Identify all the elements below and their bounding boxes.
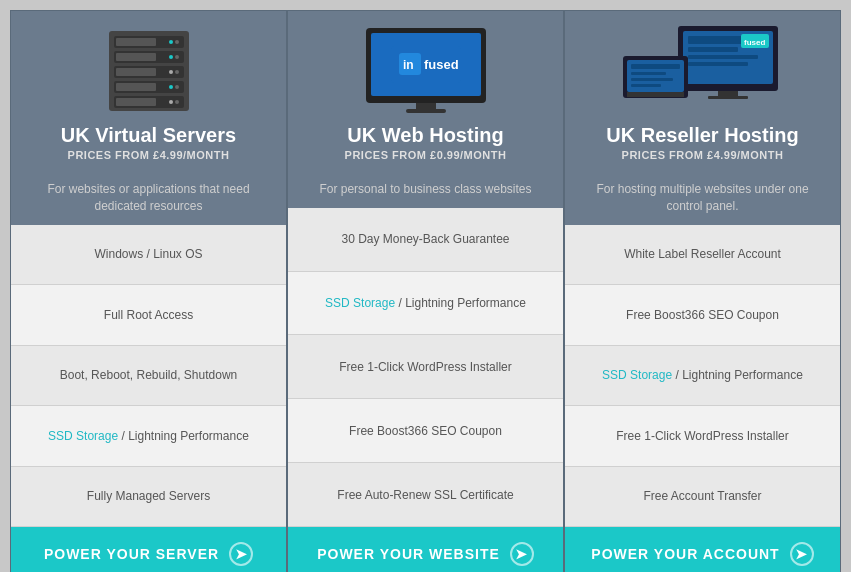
ssd-link[interactable]: SSD Storage (48, 429, 118, 443)
web-card: in fused UK Web Hosting PRICES FROM £0.9… (287, 10, 564, 572)
svg-point-7 (169, 55, 173, 59)
power-account-button[interactable]: POWER YOUR ACCOUNT ➤ (565, 527, 840, 572)
power-account-label: POWER YOUR ACCOUNT (591, 546, 779, 562)
reseller-description: For hosting multiple websites under one … (565, 176, 840, 225)
list-item: Free Auto-Renew SSL Certificate (288, 463, 563, 527)
list-item: Fully Managed Servers (11, 467, 286, 527)
list-item: Free Boost366 SEO Coupon (288, 399, 563, 463)
svg-point-19 (169, 100, 173, 104)
list-item: SSD Storage / Lightning Performance (11, 406, 286, 466)
list-item: 30 Day Money-Back Guarantee (288, 208, 563, 272)
list-item: Free 1-Click WordPress Installer (565, 406, 840, 466)
cards-container: UK Virtual Servers PRICES FROM £4.99/MON… (10, 10, 841, 572)
svg-rect-2 (116, 38, 156, 46)
arrow-icon: ➤ (229, 542, 253, 566)
list-item: White Label Reseller Account (565, 225, 840, 285)
vps-card-header: UK Virtual Servers PRICES FROM £4.99/MON… (11, 11, 286, 176)
svg-point-15 (169, 85, 173, 89)
list-item: SSD Storage / Lightning Performance (565, 346, 840, 406)
svg-point-3 (169, 40, 173, 44)
web-card-header: in fused UK Web Hosting PRICES FROM £0.9… (288, 11, 563, 176)
vps-description: For websites or applications that need d… (11, 176, 286, 225)
arrow-icon: ➤ (790, 542, 814, 566)
list-item: Windows / Linux OS (11, 225, 286, 285)
svg-point-8 (175, 55, 179, 59)
vps-features: Windows / Linux OS Full Root Access Boot… (11, 225, 286, 527)
svg-rect-18 (116, 98, 156, 106)
svg-point-16 (175, 85, 179, 89)
svg-rect-33 (688, 55, 758, 59)
svg-rect-34 (688, 62, 748, 66)
server-image (89, 26, 209, 116)
svg-rect-38 (708, 96, 748, 99)
vps-title: UK Virtual Servers (61, 124, 236, 147)
svg-rect-10 (116, 68, 156, 76)
svg-text:fused: fused (744, 38, 765, 47)
svg-rect-42 (631, 64, 680, 69)
vps-price: PRICES FROM £4.99/MONTH (68, 149, 230, 161)
ssd-link[interactable]: SSD Storage (602, 368, 672, 382)
svg-rect-43 (631, 72, 666, 75)
svg-rect-37 (718, 91, 738, 96)
reseller-price: PRICES FROM £4.99/MONTH (622, 149, 784, 161)
reseller-title: UK Reseller Hosting (606, 124, 798, 147)
reseller-features: White Label Reseller Account Free Boost3… (565, 225, 840, 527)
svg-rect-6 (116, 53, 156, 61)
svg-point-4 (175, 40, 179, 44)
svg-text:fused: fused (424, 57, 459, 72)
svg-rect-27 (416, 103, 436, 109)
arrow-icon: ➤ (510, 542, 534, 566)
vps-card: UK Virtual Servers PRICES FROM £4.99/MON… (10, 10, 287, 572)
svg-rect-28 (406, 109, 446, 113)
svg-rect-32 (688, 47, 738, 52)
svg-text:in: in (403, 58, 414, 72)
web-features: 30 Day Money-Back Guarantee SSD Storage … (288, 208, 563, 527)
monitor-image: in fused (361, 26, 491, 116)
power-website-button[interactable]: POWER YOUR WEBSITE ➤ (288, 527, 563, 572)
svg-rect-44 (631, 78, 673, 81)
svg-point-20 (175, 100, 179, 104)
ssd-link[interactable]: SSD Storage (325, 296, 395, 310)
svg-rect-14 (116, 83, 156, 91)
svg-point-11 (169, 70, 173, 74)
power-server-label: POWER YOUR SERVER (44, 546, 219, 562)
power-server-button[interactable]: POWER YOUR SERVER ➤ (11, 527, 286, 572)
svg-rect-45 (631, 84, 661, 87)
reseller-card: fused UK Reseller Hosting PRICES FROM £4… (564, 10, 841, 572)
list-item: Free Account Transfer (565, 467, 840, 527)
list-item: Free Boost366 SEO Coupon (565, 285, 840, 345)
reseller-image: fused (623, 26, 783, 116)
web-description: For personal to business class websites (288, 176, 563, 208)
web-title: UK Web Hosting (347, 124, 503, 147)
reseller-card-header: fused UK Reseller Hosting PRICES FROM £4… (565, 11, 840, 176)
list-item: Free 1-Click WordPress Installer (288, 335, 563, 399)
list-item: Full Root Access (11, 285, 286, 345)
list-item: SSD Storage / Lightning Performance (288, 272, 563, 336)
svg-point-12 (175, 70, 179, 74)
power-website-label: POWER YOUR WEBSITE (317, 546, 500, 562)
svg-rect-41 (627, 92, 684, 97)
list-item: Boot, Reboot, Rebuild, Shutdown (11, 346, 286, 406)
web-price: PRICES FROM £0.99/MONTH (345, 149, 507, 161)
